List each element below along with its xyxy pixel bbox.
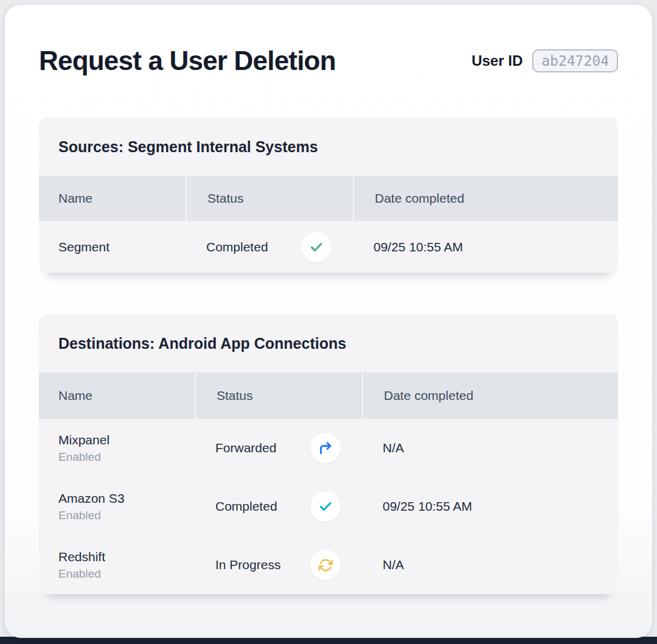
column-header-name: Name — [39, 176, 186, 221]
status-label: In Progress — [215, 558, 310, 572]
name-cell: Segment — [39, 239, 186, 255]
status-icon-circle — [310, 433, 341, 463]
column-header-name: Name — [39, 373, 195, 419]
destinations-table-header: Name Status Date completed — [39, 373, 618, 419]
sources-section: Sources: Segment Internal Systems Name S… — [39, 117, 618, 273]
status-icon-circle — [310, 491, 341, 522]
sources-section-title: Sources: Segment Internal Systems — [39, 117, 618, 176]
status-icon-circle — [310, 550, 341, 580]
name-cell: Redshift Enabled — [39, 549, 195, 581]
table-row: Segment Completed 09/25 10:55 AM — [39, 221, 618, 273]
forward-icon — [318, 441, 333, 455]
date-completed-cell: 09/25 10:55 AM — [353, 240, 618, 254]
destination-state: Enabled — [58, 508, 195, 523]
date-completed-cell: N/A — [362, 558, 618, 572]
date-completed-cell: 09/25 10:55 AM — [362, 499, 618, 514]
user-id-badge[interactable]: ab247204 — [532, 49, 618, 72]
name-cell: Amazon S3 Enabled — [39, 491, 195, 523]
table-row: Amazon S3 Enabled Completed 09/25 10:55 … — [39, 477, 618, 536]
status-cell: Forwarded — [195, 433, 362, 463]
page-header: Request a User Deletion User ID ab247204 — [39, 45, 618, 76]
column-header-status: Status — [186, 176, 353, 221]
date-completed-cell: N/A — [362, 441, 618, 455]
table-row: Mixpanel Enabled Forwarded N/A — [39, 419, 618, 477]
user-id-group: User ID ab247204 — [471, 49, 618, 72]
table-row: Redshift Enabled In Progress N/A — [39, 536, 618, 594]
destination-name: Amazon S3 — [58, 491, 195, 506]
destination-state: Enabled — [58, 567, 195, 581]
status-label: Forwarded — [215, 441, 310, 455]
column-header-status: Status — [195, 373, 362, 419]
user-id-label: User ID — [471, 52, 523, 69]
name-cell: Mixpanel Enabled — [39, 432, 195, 464]
destinations-section-title: Destinations: Android App Connections — [39, 314, 618, 373]
sources-table-header: Name Status Date completed — [39, 176, 618, 221]
refresh-icon — [319, 558, 333, 572]
page-title: Request a User Deletion — [39, 45, 336, 76]
column-header-date: Date completed — [362, 373, 618, 419]
destination-state: Enabled — [58, 450, 195, 464]
status-cell: Completed — [195, 491, 362, 522]
status-label: Completed — [215, 499, 310, 514]
status-cell: Completed — [186, 232, 353, 262]
check-icon — [309, 240, 324, 254]
check-icon — [318, 499, 333, 514]
destination-name: Redshift — [58, 549, 195, 565]
destinations-section: Destinations: Android App Connections Na… — [39, 314, 618, 594]
source-name: Segment — [58, 239, 186, 255]
status-icon-circle — [301, 232, 332, 262]
status-cell: In Progress — [195, 550, 362, 580]
destination-name: Mixpanel — [58, 432, 195, 448]
column-header-date: Date completed — [353, 176, 618, 221]
status-label: Completed — [206, 240, 301, 254]
user-deletion-card: Request a User Deletion User ID ab247204… — [5, 5, 652, 638]
